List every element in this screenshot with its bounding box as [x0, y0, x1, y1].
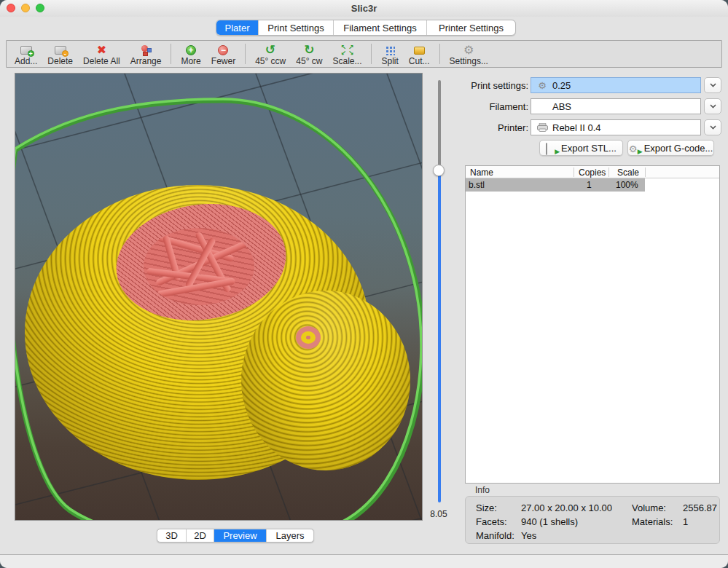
toolbar: + Add... - Delete ✖ Delete All Arrange +…	[6, 40, 722, 68]
printer-icon	[537, 123, 548, 132]
green-plus-circle-icon: +	[186, 45, 196, 55]
plate-objects-table: Name Copies Scale b.stl 1 100%	[465, 165, 720, 484]
layer-slider-track-filled[interactable]	[438, 170, 441, 502]
chevron-down-icon	[710, 104, 716, 109]
filament-dropdown-button[interactable]	[704, 98, 721, 114]
settings-button[interactable]: ⚙ Settings...	[445, 42, 493, 66]
column-header-copies[interactable]: Copies	[579, 167, 606, 178]
facets-value: 940 (1 shells)	[521, 516, 632, 527]
object-copies: 1	[587, 180, 592, 190]
print-settings-dropdown-button[interactable]	[704, 77, 721, 93]
gear-icon: ⚙	[463, 44, 474, 56]
toolbar-separator	[439, 44, 440, 64]
filament-label: Filament:	[466, 101, 528, 112]
layer-slider-track[interactable]	[438, 80, 441, 170]
materials-value: 1	[683, 516, 688, 527]
column-header-name[interactable]: Name	[470, 167, 493, 178]
titlebar[interactable]: Slic3r	[0, 0, 728, 17]
small-dome-top-infill	[296, 326, 321, 349]
layer-height-value: 8.05	[423, 509, 455, 519]
tab-3d[interactable]: 3D	[157, 529, 187, 542]
printer-value: Rebel II 0.4	[552, 122, 601, 133]
preview-3d-canvas[interactable]	[15, 73, 423, 521]
table-header-row: Name Copies Scale	[466, 166, 719, 178]
bridge-infill-zone	[144, 228, 254, 305]
size-label: Size:	[476, 502, 521, 513]
export-gcode-button[interactable]: ⚙▶ Export G-code...	[627, 140, 714, 156]
rotate-cw-button[interactable]: ↻ 45° cw	[291, 42, 327, 66]
printer-combo[interactable]: Rebel II 0.4	[531, 119, 701, 135]
add-button[interactable]: + Add...	[9, 42, 42, 66]
main-tab-bar: Plater Print Settings Filament Settings …	[216, 20, 516, 36]
arrange-button[interactable]: Arrange	[125, 42, 167, 66]
print-settings-value: 0.25	[552, 80, 571, 91]
tab-layers[interactable]: Layers	[267, 529, 313, 542]
tab-print-settings[interactable]: Print Settings	[259, 20, 334, 35]
tab-preview[interactable]: Preview	[214, 529, 267, 542]
info-section-title: Info	[475, 485, 490, 495]
chevron-down-icon	[710, 125, 716, 130]
export-gcode-icon: ⚙▶	[629, 143, 641, 153]
printer-dropdown-button[interactable]	[704, 119, 721, 135]
tab-plater[interactable]: Plater	[216, 20, 259, 35]
view-mode-tab-bar: 3D 2D Preview Layers	[157, 529, 314, 543]
gear-icon: ⚙	[538, 81, 547, 90]
materials-label: Materials:	[632, 516, 678, 527]
filament-combo[interactable]: ABS	[531, 98, 701, 114]
volume-value: 2556.87	[683, 502, 717, 513]
more-button[interactable]: + More	[176, 42, 206, 66]
split-button[interactable]: Split	[376, 42, 403, 66]
add-box-plus-icon: +	[20, 46, 32, 55]
table-row[interactable]: b.stl 1 100%	[466, 178, 645, 192]
red-minus-circle-icon: −	[218, 45, 228, 55]
export-stl-icon: ▶	[546, 143, 557, 153]
tab-filament-settings[interactable]: Filament Settings	[334, 20, 427, 35]
red-x-icon: ✖	[97, 44, 106, 56]
scale-button[interactable]: ↖ ↗↙ ↘ Scale...	[327, 42, 367, 66]
rotate-ccw-icon: ↺	[265, 44, 275, 56]
cut-cube-icon	[414, 47, 425, 55]
export-stl-button[interactable]: ▶ Export STL...	[539, 140, 623, 156]
layer-slider-thumb[interactable]	[433, 165, 445, 176]
delete-box-minus-icon: -	[55, 46, 66, 55]
object-name: b.stl	[469, 180, 485, 190]
model-small-dome[interactable]	[241, 291, 410, 470]
arrange-objects-icon	[140, 45, 152, 56]
rotate-ccw-button[interactable]: ↺ 45° ccw	[250, 42, 291, 66]
size-value: 27.00 x 20.00 x 10.00	[521, 502, 632, 513]
printer-label: Printer:	[466, 122, 528, 133]
manifold-value: Yes	[521, 530, 536, 541]
dome-shading	[241, 291, 410, 470]
cut-button[interactable]: Cut...	[404, 42, 435, 66]
window-bottom-strip	[0, 555, 728, 568]
chevron-down-icon	[710, 83, 716, 87]
toolbar-separator	[245, 44, 246, 64]
rotate-cw-icon: ↻	[304, 44, 314, 56]
print-settings-label: Print settings:	[466, 80, 528, 91]
info-box: Size: 27.00 x 20.00 x 10.00 Volume: 2556…	[465, 496, 720, 544]
delete-button[interactable]: - Delete	[42, 42, 78, 66]
filament-value: ABS	[552, 101, 571, 112]
tab-printer-settings[interactable]: Printer Settings	[427, 20, 515, 35]
delete-all-button[interactable]: ✖ Delete All	[78, 42, 125, 66]
volume-label: Volume:	[632, 502, 678, 513]
column-header-scale[interactable]: Scale	[617, 167, 639, 178]
fewer-button[interactable]: − Fewer	[206, 42, 240, 66]
toolbar-separator	[171, 44, 171, 64]
print-settings-combo[interactable]: ⚙ 0.25	[531, 77, 701, 93]
object-scale: 100%	[616, 180, 638, 190]
facets-label: Facets:	[476, 516, 521, 527]
toolbar-separator	[371, 44, 372, 64]
window-title: Slic3r	[0, 3, 728, 14]
split-dots-icon	[385, 46, 395, 55]
tab-2d[interactable]: 2D	[187, 529, 214, 542]
scale-arrows-icon: ↖ ↗↙ ↘	[341, 44, 354, 56]
app-window: Slic3r Plater Print Settings Filament Se…	[0, 0, 728, 568]
manifold-label: Manifold:	[476, 530, 521, 541]
